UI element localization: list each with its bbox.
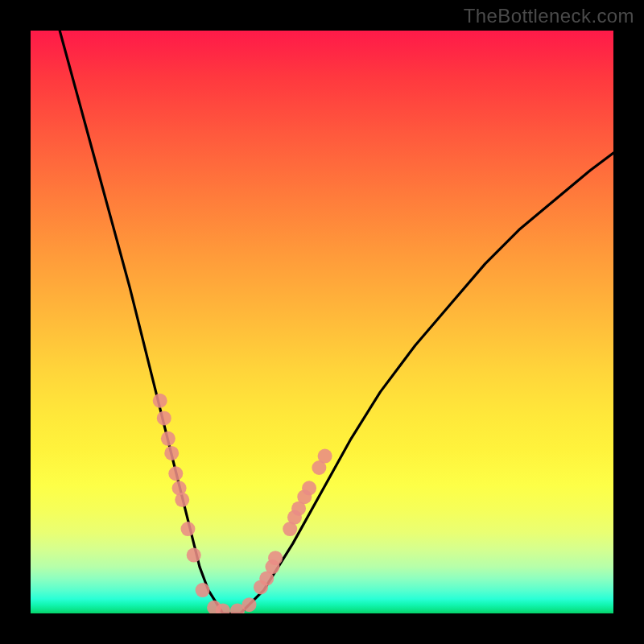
data-point	[175, 493, 189, 507]
data-point	[242, 597, 257, 612]
data-point	[161, 431, 175, 446]
data-point	[187, 548, 201, 563]
data-point	[180, 522, 195, 536]
plot-area	[31, 31, 613, 613]
bottleneck-curve	[60, 31, 613, 613]
data-point	[168, 466, 183, 481]
data-point	[318, 449, 332, 464]
data-point	[196, 583, 210, 597]
data-point	[268, 551, 283, 565]
data-point	[164, 446, 179, 460]
data-point	[153, 394, 167, 408]
chart-svg	[31, 31, 613, 613]
marker-group	[153, 394, 332, 613]
watermark-text: TheBottleneck.com	[464, 5, 634, 27]
data-point	[302, 481, 316, 495]
data-point	[157, 411, 171, 425]
chart-frame: TheBottleneck.com	[0, 0, 644, 644]
